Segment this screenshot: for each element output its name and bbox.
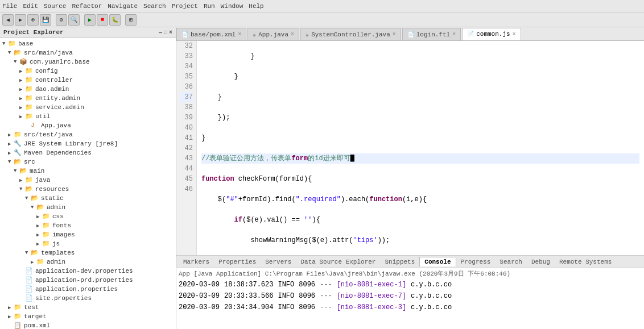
tree-item-jre[interactable]: ▶ 🔧 JRE System Library [jre8]: [0, 139, 176, 148]
toolbar-btn-4[interactable]: 💾: [40, 14, 51, 26]
tab-close-sysctrl[interactable]: ×: [393, 31, 396, 38]
tree-item-main[interactable]: ▼ 📂 main: [0, 166, 176, 176]
tab-console[interactable]: Console: [419, 257, 456, 266]
tree-item-src-test-java[interactable]: ▶ 📁 src/test/java: [0, 130, 176, 139]
menu-help[interactable]: Help: [249, 3, 263, 10]
menu-navigate[interactable]: Navigate: [108, 3, 138, 10]
tree-item-base[interactable]: ▼ 📁 base: [0, 39, 176, 48]
tree-item-maven[interactable]: ▶ 🔧 Maven Dependencies: [0, 148, 176, 157]
tab-datasource[interactable]: Data Source Explorer: [296, 257, 380, 266]
tree-arrow: ▼: [25, 195, 31, 201]
panel-close[interactable]: ×: [169, 30, 172, 36]
menu-project[interactable]: Project: [172, 3, 198, 10]
tree-label: admin: [47, 259, 65, 265]
log-class-2: c.y.b.c.co: [411, 290, 452, 302]
tab-close-app[interactable]: ×: [291, 31, 294, 38]
tab-label: App.java: [258, 31, 288, 38]
tree-item-images[interactable]: ▶ 📁 images: [0, 230, 176, 239]
tree-item-app-prd[interactable]: 📄 application-prd.properties: [0, 276, 176, 285]
menu-search[interactable]: Search: [143, 3, 166, 10]
menu-edit[interactable]: Edit: [23, 3, 38, 10]
tree-item-com-yuanlrc[interactable]: ▼ 📦 com.yuanlrc.base: [0, 57, 176, 66]
props-icon: 📄: [25, 294, 34, 302]
tree-item-pom[interactable]: 📋 pom.xml: [0, 321, 176, 329]
tree-item-src[interactable]: ▼ 📂 src: [0, 157, 176, 166]
folder-icon: 📁: [25, 67, 34, 75]
menu-run[interactable]: Run: [204, 3, 215, 10]
tab-close-login[interactable]: ×: [452, 31, 456, 38]
tree-arrow: ▼: [8, 159, 14, 165]
tree-label: base: [18, 40, 33, 47]
tree-label: dao.admin: [35, 86, 69, 93]
log-date-2: 2020-03-09: [179, 290, 220, 302]
tree-item-fonts[interactable]: ▶ 📁 fonts: [0, 221, 176, 230]
tree-item-templates[interactable]: ▼ 📂 templates: [0, 248, 176, 257]
folder-icon: 📂: [36, 203, 46, 211]
toolbar-btn-debug[interactable]: 🐛: [109, 14, 121, 26]
tree-item-resources[interactable]: ▼ 📂 resources: [0, 185, 176, 194]
tree-item-controller[interactable]: ▶ 📁 controller: [0, 76, 176, 85]
tab-pom-xml[interactable]: 📄 base/pom.xml ×: [176, 28, 246, 40]
tree-item-admin[interactable]: ▼ 📂 admin: [0, 203, 176, 212]
tree-label: App.java: [41, 122, 71, 129]
tree-item-site-props[interactable]: 📄 site.properties: [0, 294, 176, 303]
tab-common-js[interactable]: 📄 common.js ×: [462, 28, 521, 40]
tabs-bar: 📄 base/pom.xml × ☕ App.java × ☕ SystemCo…: [176, 27, 644, 41]
tree-item-config[interactable]: ▶ 📁 config: [0, 66, 176, 76]
tab-snippets[interactable]: Snippets: [380, 257, 419, 266]
tree-item-admin2[interactable]: ▶ 📁 admin: [0, 257, 176, 266]
tab-search[interactable]: Search: [495, 257, 527, 266]
code-content[interactable]: } } } }); } //表单验证公用方法，传表单form的id进来即可█ f…: [197, 41, 644, 255]
tab-close-pom[interactable]: ×: [238, 31, 241, 38]
tree-item-app-dev[interactable]: 📄 application-dev.properties: [0, 266, 176, 276]
menu-source[interactable]: Source: [44, 3, 67, 10]
toolbar-btn-perspective[interactable]: ⊞: [125, 14, 137, 26]
maven-icon: 🔧: [14, 149, 23, 157]
toolbar-btn-2[interactable]: ▶: [15, 14, 26, 26]
tree-item-app-java[interactable]: J App.java: [0, 121, 176, 130]
tab-app-java[interactable]: ☕ App.java ×: [247, 28, 299, 40]
tab-login-ftl[interactable]: 📄 login.ftl ×: [402, 28, 461, 40]
tab-markers[interactable]: Markers: [179, 257, 214, 266]
tree-container[interactable]: ▼ 📁 base ▼ 📂 src/main/java ▼ 📦 com.yuanl…: [0, 38, 176, 329]
toolbar-btn-run[interactable]: ▶: [84, 14, 96, 26]
menu-window[interactable]: Window: [221, 3, 243, 10]
tree-item-util[interactable]: ▶ 📁 util: [0, 112, 176, 121]
tree-item-app-props[interactable]: 📄 application.properties: [0, 285, 176, 294]
tree-item-target[interactable]: ▶ 📁 target: [0, 312, 176, 321]
folder-icon: 📁: [25, 103, 34, 111]
tab-debug[interactable]: Debug: [527, 257, 555, 266]
tree-item-entity-admin[interactable]: ▶ 📁 entity.admin: [0, 94, 176, 103]
tree-item-java2[interactable]: ▶ 📁 java: [0, 176, 176, 185]
tab-properties[interactable]: Properties: [214, 257, 261, 266]
menu-refactor[interactable]: Refactor: [72, 3, 102, 10]
folder-icon: 📁: [42, 240, 51, 248]
tab-close-common[interactable]: ×: [513, 31, 516, 38]
tab-system-ctrl[interactable]: ☕ SystemController.java ×: [300, 28, 401, 40]
code-editor[interactable]: 32 33 34 35 36 37 38 39 40 41 42 43 44 4…: [176, 41, 644, 255]
menu-bar: File Edit Source Refactor Navigate Searc…: [0, 0, 644, 13]
tree-item-dao-admin[interactable]: ▶ 📁 dao.admin: [0, 85, 176, 94]
toolbar-btn-3[interactable]: ⊕: [27, 14, 39, 26]
toolbar-btn-1[interactable]: ◀: [2, 14, 14, 26]
panel-maximize[interactable]: □: [164, 30, 167, 36]
tree-item-js[interactable]: ▶ 📁 js: [0, 239, 176, 248]
tree-item-css[interactable]: ▶ 📁 css: [0, 212, 176, 221]
tab-progress[interactable]: Progress: [456, 257, 496, 266]
tree-arrow: ▼: [8, 50, 14, 56]
toolbar-btn-5[interactable]: ⚙: [56, 14, 67, 26]
tree-item-test[interactable]: ▶ 📁 test: [0, 303, 176, 312]
tree-arrow: ▶: [8, 305, 14, 311]
toolbar-btn-stop[interactable]: ■: [97, 14, 108, 26]
tree-label: com.yuanlrc.base: [30, 59, 90, 65]
panel-minimize[interactable]: —: [159, 30, 162, 36]
folder-icon: 📁: [42, 213, 51, 220]
toolbar-btn-6[interactable]: 🔍: [68, 14, 80, 26]
tab-remote[interactable]: Remote Systems: [555, 257, 616, 266]
folder-icon: 📁: [25, 113, 34, 120]
menu-file[interactable]: File: [2, 3, 17, 10]
tree-item-service-admin[interactable]: ▶ 📁 service.admin: [0, 103, 176, 112]
tree-item-static[interactable]: ▼ 📂 static: [0, 194, 176, 203]
tree-item-src-main-java[interactable]: ▼ 📂 src/main/java: [0, 48, 176, 57]
tab-servers[interactable]: Servers: [261, 257, 296, 266]
